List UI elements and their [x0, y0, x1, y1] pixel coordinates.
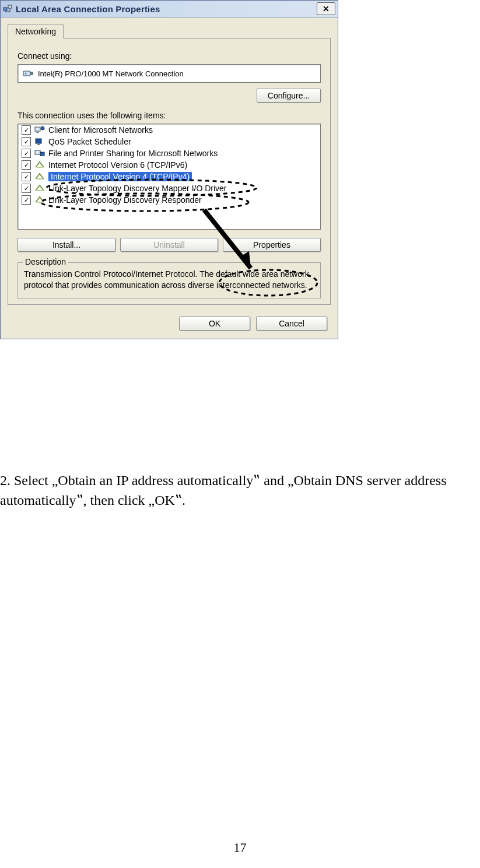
connect-using-label: Connect using: — [17, 51, 321, 61]
svg-rect-0 — [3, 8, 7, 10]
tab-row: Networking — [1, 17, 338, 38]
list-item-label: Client for Microsoft Networks — [48, 125, 153, 135]
list-item-label: Internet Protocol Version 6 (TCP/IPv6) — [48, 160, 187, 170]
adapter-field: Intel(R) PRO/1000 MT Network Connection — [17, 64, 321, 83]
checkbox-icon[interactable] — [22, 125, 31, 135]
cancel-button[interactable]: Cancel — [256, 317, 327, 331]
checkbox-icon[interactable] — [22, 160, 31, 170]
network-icon — [3, 4, 12, 13]
svg-rect-8 — [36, 139, 41, 143]
components-listbox[interactable]: Client for Microsoft Networks QoS Packet… — [17, 124, 321, 230]
svg-rect-13 — [37, 178, 43, 180]
svg-rect-15 — [37, 202, 43, 203]
list-item[interactable]: File and Printer Sharing for Microsoft N… — [18, 147, 320, 159]
share-icon — [34, 149, 45, 158]
component-buttons: Install... Uninstall Properties — [17, 238, 321, 252]
checkbox-icon[interactable] — [22, 137, 31, 146]
list-item[interactable]: QoS Packet Scheduler — [18, 136, 320, 147]
svg-rect-5 — [35, 127, 40, 131]
description-title: Description — [23, 257, 68, 266]
items-label: This connection uses the following items… — [17, 111, 321, 120]
checkbox-icon[interactable] — [22, 184, 31, 193]
adapter-icon — [23, 68, 33, 79]
instruction-text: 2. Select „Obtain an IP address automati… — [0, 471, 477, 510]
svg-rect-3 — [30, 72, 33, 75]
list-item[interactable]: Link-Layer Topology Discovery Responder — [18, 194, 320, 206]
list-item-label: File and Printer Sharing for Microsoft N… — [48, 149, 218, 158]
uninstall-button: Uninstall — [120, 238, 218, 252]
svg-rect-6 — [36, 132, 39, 133]
close-button[interactable]: ✕ — [317, 2, 335, 15]
svg-rect-9 — [37, 144, 40, 145]
qos-icon — [34, 137, 45, 146]
properties-button[interactable]: Properties — [223, 238, 321, 252]
list-item-selected[interactable]: Internet Protocol Version 4 (TCP/IPv4) — [18, 171, 320, 182]
list-item-label: QoS Packet Scheduler — [48, 137, 131, 146]
configure-button[interactable]: Configure... — [257, 89, 321, 103]
protocol-icon — [34, 184, 45, 193]
list-item-label: Link-Layer Topology Discovery Mapper I/O… — [48, 184, 227, 193]
svg-rect-14 — [37, 190, 43, 191]
tab-panel: Connect using: Intel(R) PRO/1000 MT Netw… — [8, 38, 331, 305]
svg-rect-10 — [35, 150, 40, 154]
list-item[interactable]: Internet Protocol Version 6 (TCP/IPv6) — [18, 159, 320, 171]
description-text: Transmission Control Protocol/Internet P… — [24, 269, 314, 291]
checkbox-icon[interactable] — [22, 172, 31, 181]
protocol-icon — [34, 160, 45, 170]
checkbox-icon[interactable] — [22, 195, 31, 205]
description-group: Description Transmission Control Protoco… — [17, 262, 321, 298]
page-number: 17 — [0, 840, 480, 855]
svg-rect-2 — [23, 71, 30, 76]
svg-rect-12 — [37, 167, 43, 168]
client-icon — [34, 125, 45, 135]
checkbox-icon[interactable] — [22, 149, 31, 158]
svg-rect-1 — [8, 5, 12, 8]
connection-properties-dialog: Local Area Connection Properties ✕ Netwo… — [0, 0, 338, 339]
svg-point-4 — [25, 73, 27, 75]
ok-button[interactable]: OK — [179, 317, 250, 331]
list-item[interactable]: Client for Microsoft Networks — [18, 124, 320, 136]
window-title: Local Area Connection Properties — [16, 4, 317, 14]
adapter-name: Intel(R) PRO/1000 MT Network Connection — [38, 69, 184, 78]
protocol-icon — [34, 172, 45, 181]
list-item[interactable]: Link-Layer Topology Discovery Mapper I/O… — [18, 182, 320, 194]
svg-point-7 — [41, 126, 44, 130]
svg-rect-11 — [40, 152, 44, 156]
dialog-buttons: OK Cancel — [1, 311, 338, 339]
install-button[interactable]: Install... — [17, 238, 115, 252]
titlebar: Local Area Connection Properties ✕ — [1, 1, 338, 17]
tab-networking[interactable]: Networking — [8, 24, 64, 38]
list-item-label: Link-Layer Topology Discovery Responder — [48, 195, 202, 205]
list-item-label: Internet Protocol Version 4 (TCP/IPv4) — [48, 172, 192, 181]
protocol-icon — [34, 195, 45, 205]
